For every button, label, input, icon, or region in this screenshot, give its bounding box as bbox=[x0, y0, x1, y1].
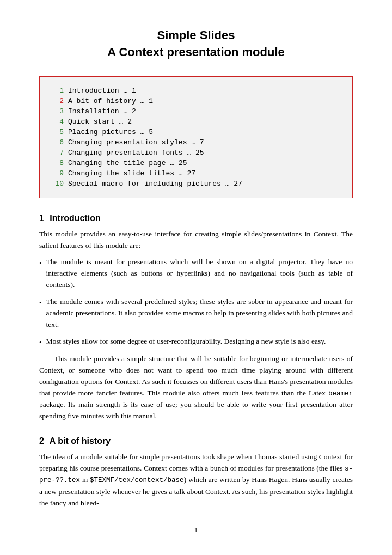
toc-num-text: 3 bbox=[59, 107, 64, 115]
bullet-dot-3: • bbox=[39, 337, 42, 348]
section-introduction: 1 Introduction This module provides an e… bbox=[39, 214, 353, 423]
toc-num-cell: 9 bbox=[51, 168, 66, 179]
toc-label-cell: A bit of history … 1 bbox=[66, 96, 341, 106]
toc-label-cell: Changing the title page … 25 bbox=[66, 158, 341, 168]
toc-row: 9Changing the slide titles … 27 bbox=[51, 168, 341, 179]
s-pre-code: s-pre-??.tex bbox=[39, 465, 353, 484]
bullet-item-2: • The module comes with several predefin… bbox=[39, 296, 353, 331]
toc-num-cell: 7 bbox=[51, 148, 66, 158]
toc-num-cell: 3 bbox=[51, 106, 66, 117]
section1-intro-para: This module provides an easy-to-use inte… bbox=[39, 229, 353, 252]
toc-num-text: 1 bbox=[59, 87, 64, 95]
toc-row: 5Placing pictures … 5 bbox=[51, 127, 341, 137]
section2-para1: The idea of a module suitable for simple… bbox=[39, 452, 353, 509]
toc-num-cell: 4 bbox=[51, 117, 66, 127]
toc-label-cell: Placing pictures … 5 bbox=[66, 127, 341, 137]
toc-num-text: 2 bbox=[59, 97, 64, 105]
page-title: Simple Slides A Context presentation mod… bbox=[39, 27, 353, 61]
toc-label-cell: Changing presentation styles … 7 bbox=[66, 137, 341, 148]
toc-num-cell: 5 bbox=[51, 127, 66, 137]
toc-num-cell: 8 bbox=[51, 158, 66, 168]
page-number: 1 bbox=[39, 526, 353, 534]
section2-title: A bit of history bbox=[50, 436, 111, 446]
toc-num-text: 8 bbox=[59, 159, 64, 167]
bullet-dot-1: • bbox=[39, 258, 42, 269]
toc-box: 1Introduction … 12A bit of history … 13I… bbox=[39, 76, 353, 198]
section1-num: 1 bbox=[39, 214, 44, 223]
toc-row: 10Special macro for including pictures …… bbox=[51, 179, 341, 189]
section-history: 2 A bit of history The idea of a module … bbox=[39, 436, 353, 509]
toc-num-cell: 2 bbox=[51, 96, 66, 106]
toc-num-text: 10 bbox=[55, 180, 64, 188]
bullet-text-1: The module is meant for presentations wh… bbox=[46, 257, 353, 291]
toc-num-cell: 10 bbox=[51, 179, 66, 189]
toc-label-cell: Changing presentation fonts … 25 bbox=[66, 148, 341, 158]
toc-label-cell: Installation … 2 bbox=[66, 106, 341, 117]
bullet-dot-2: • bbox=[39, 297, 42, 308]
title-line1: Simple Slides bbox=[157, 28, 235, 42]
toc-label-cell: Special macro for including pictures … 2… bbox=[66, 179, 341, 189]
toc-num-text: 9 bbox=[59, 169, 64, 178]
toc-num-text: 7 bbox=[59, 149, 64, 157]
title-line2: A Context presentation module bbox=[107, 45, 285, 59]
section1-bullets: • The module is meant for presentations … bbox=[39, 257, 353, 348]
bullet-text-2: The module comes with several predefined… bbox=[46, 296, 353, 331]
toc-num-cell: 1 bbox=[51, 86, 66, 96]
toc-table: 1Introduction … 12A bit of history … 13I… bbox=[51, 86, 341, 189]
section1-extra-para: This module provides a simple structure … bbox=[39, 353, 353, 422]
toc-row: 3Installation … 2 bbox=[51, 106, 341, 117]
toc-num-cell: 6 bbox=[51, 137, 66, 148]
section1-title: Introduction bbox=[50, 214, 100, 223]
toc-num-text: 5 bbox=[59, 128, 64, 136]
toc-label-cell: Quick start … 2 bbox=[66, 117, 341, 127]
toc-row: 1Introduction … 1 bbox=[51, 86, 341, 96]
toc-label-cell: Changing the slide titles … 27 bbox=[66, 168, 341, 179]
toc-num-text: 6 bbox=[59, 138, 64, 147]
beamer-code: beamer bbox=[328, 390, 353, 398]
toc-num-text: 4 bbox=[59, 118, 64, 126]
toc-row: 6Changing presentation styles … 7 bbox=[51, 137, 341, 148]
toc-row: 4Quick start … 2 bbox=[51, 117, 341, 127]
section2-num: 2 bbox=[39, 436, 44, 446]
texmf-code: $TEXMF/tex/context/base bbox=[90, 477, 184, 484]
bullet-item-1: • The module is meant for presentations … bbox=[39, 257, 353, 291]
bullet-item-3: • Most styles allow for some degree of u… bbox=[39, 336, 353, 348]
toc-row: 2A bit of history … 1 bbox=[51, 96, 341, 106]
toc-row: 7Changing presentation fonts … 25 bbox=[51, 148, 341, 158]
toc-row: 8Changing the title page … 25 bbox=[51, 158, 341, 168]
bullet-text-3: Most styles allow for some degree of use… bbox=[46, 336, 326, 347]
toc-label-cell: Introduction … 1 bbox=[66, 86, 341, 96]
